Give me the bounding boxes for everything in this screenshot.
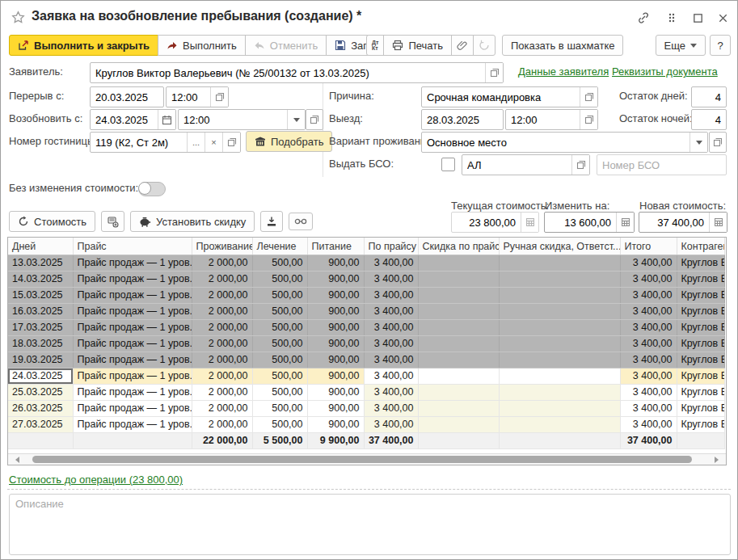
room-input[interactable] xyxy=(91,137,187,149)
cell-contractor[interactable]: Круглов В xyxy=(677,336,724,352)
cell-date[interactable]: 27.03.2025 xyxy=(8,417,73,433)
cell-lodging[interactable]: 2 000,00 xyxy=(192,417,252,433)
cell-total[interactable]: 3 400,00 xyxy=(620,352,677,368)
no-cost-change-toggle[interactable] xyxy=(138,182,166,196)
departure-time-input[interactable] xyxy=(506,114,580,126)
col-header-price-discount[interactable]: Скидка по прайсу xyxy=(418,238,499,255)
cost-before-operation-link[interactable]: Стоимость до операции (23 800,00) xyxy=(9,474,183,486)
days-left-input[interactable] xyxy=(692,91,726,103)
set-discount-button[interactable]: Установить скидку xyxy=(130,211,255,232)
applicant-choose-button[interactable] xyxy=(485,63,503,82)
cell-by-price[interactable]: 3 400,00 xyxy=(364,401,418,417)
cell-manual-discount[interactable] xyxy=(499,320,620,336)
departure-time-choose-button[interactable] xyxy=(580,110,597,129)
current-cost-field[interactable] xyxy=(451,212,539,233)
table-row[interactable]: 27.03.2025Прайс продаж — 1 уров...2 000,… xyxy=(8,417,724,433)
cell-by-price[interactable]: 3 400,00 xyxy=(364,320,418,336)
cell-price[interactable]: Прайс продаж — 1 уров... xyxy=(73,320,192,336)
cell-meals[interactable]: 900,00 xyxy=(307,417,364,433)
room-choose-button[interactable] xyxy=(222,133,240,152)
table-row[interactable]: 19.03.2025Прайс продаж — 1 уров...2 000,… xyxy=(8,352,724,368)
cell-price-discount[interactable] xyxy=(418,336,499,352)
cell-lodging[interactable]: 2 000,00 xyxy=(192,401,252,417)
cell-meals[interactable]: 900,00 xyxy=(307,320,364,336)
link-rows-button[interactable] xyxy=(289,213,313,230)
break-from-time-choose-button[interactable] xyxy=(210,87,228,107)
resume-from-time-field[interactable] xyxy=(178,109,306,130)
cell-by-price[interactable]: 3 400,00 xyxy=(364,352,418,368)
cell-contractor[interactable]: Круглов В xyxy=(677,304,724,320)
stay-variant-choose-button[interactable] xyxy=(709,132,727,153)
cell-price[interactable]: Прайс продаж — 1 уров... xyxy=(73,417,192,433)
cell-contractor[interactable]: Круглов В xyxy=(677,352,724,368)
days-left-field[interactable] xyxy=(691,86,727,107)
accounting-dtkt-button[interactable]: ДтКт xyxy=(366,35,384,56)
cell-manual-discount[interactable] xyxy=(499,401,620,417)
cell-treatment[interactable]: 500,00 xyxy=(252,368,307,385)
cell-manual-discount[interactable] xyxy=(499,272,620,288)
resume-from-time-choose-button[interactable] xyxy=(306,109,323,130)
current-cost-calc-button[interactable] xyxy=(521,213,538,232)
col-header-manual-discount[interactable]: Ручная скидка, Ответст... xyxy=(499,238,620,255)
cell-date[interactable]: 25.03.2025 xyxy=(8,385,73,401)
horizontal-scrollbar[interactable] xyxy=(8,453,726,465)
cell-price[interactable]: Прайс продаж — 1 уров... xyxy=(73,352,192,368)
col-header-price[interactable]: Прайс xyxy=(73,238,192,255)
favorite-star-icon[interactable] xyxy=(11,10,25,24)
cell-date[interactable]: 24.03.2025 xyxy=(8,368,73,385)
table-row[interactable]: 17.03.2025Прайс продаж — 1 уров...2 000,… xyxy=(8,320,724,336)
cell-contractor[interactable]: Круглов В xyxy=(677,385,724,401)
print-button[interactable]: Печать xyxy=(383,35,452,56)
cell-total[interactable]: 3 400,00 xyxy=(620,304,677,320)
cell-lodging[interactable]: 2 000,00 xyxy=(192,255,252,272)
cell-by-price[interactable]: 3 400,00 xyxy=(364,417,418,433)
col-header-total[interactable]: Итого xyxy=(620,238,677,255)
cell-total[interactable]: 3 400,00 xyxy=(620,417,677,433)
scroll-left-arrow-icon[interactable] xyxy=(15,457,19,463)
cell-price-discount[interactable] xyxy=(418,288,499,304)
close-icon[interactable] xyxy=(715,11,730,25)
resume-from-date-input[interactable] xyxy=(91,114,158,126)
cell-treatment[interactable]: 500,00 xyxy=(252,352,307,368)
col-header-lodging[interactable]: Проживание xyxy=(192,238,252,255)
cell-meals[interactable]: 900,00 xyxy=(307,272,364,288)
break-from-date-field[interactable] xyxy=(90,86,164,107)
attachments-button[interactable] xyxy=(451,35,474,56)
cell-contractor[interactable]: Круглов В xyxy=(677,255,724,272)
execute-and-close-button[interactable]: Выполнить и закрыть xyxy=(9,35,158,56)
cell-contractor[interactable]: Круглов В xyxy=(677,288,724,304)
cost-button[interactable]: Стоимость xyxy=(9,211,95,232)
cell-by-price[interactable]: 3 400,00 xyxy=(364,288,418,304)
cell-total[interactable]: 3 400,00 xyxy=(620,336,677,352)
cell-by-price[interactable]: 3 400,00 xyxy=(364,304,418,320)
cell-lodging[interactable]: 2 000,00 xyxy=(192,320,252,336)
cell-lodging[interactable]: 2 000,00 xyxy=(192,385,252,401)
cell-treatment[interactable]: 500,00 xyxy=(252,304,307,320)
cell-manual-discount[interactable] xyxy=(499,288,620,304)
cell-contractor[interactable]: Круглов В xyxy=(677,417,724,433)
cell-lodging[interactable]: 2 000,00 xyxy=(192,336,252,352)
cell-price-discount[interactable] xyxy=(418,352,499,368)
nights-left-input[interactable] xyxy=(692,114,726,126)
cell-total[interactable]: 3 400,00 xyxy=(620,401,677,417)
show-in-chess-button[interactable]: Показать в шахматке xyxy=(502,35,623,56)
cell-date[interactable]: 15.03.2025 xyxy=(8,288,73,304)
cell-lodging[interactable]: 2 000,00 xyxy=(192,304,252,320)
table-row[interactable]: 26.03.2025Прайс продаж — 1 уров...2 000,… xyxy=(8,401,724,417)
cell-price[interactable]: Прайс продаж — 1 уров... xyxy=(73,288,192,304)
col-header-days[interactable]: Дней xyxy=(8,238,73,255)
departure-date-input[interactable] xyxy=(422,114,503,126)
col-header-by-price[interactable]: По прайсу xyxy=(364,238,418,255)
cell-lodging[interactable]: 2 000,00 xyxy=(192,288,252,304)
cell-contractor[interactable]: Круглов В xyxy=(677,401,724,417)
new-cost-calc-button[interactable] xyxy=(709,213,727,232)
bso-series-field[interactable] xyxy=(462,154,590,175)
scrollbar-thumb[interactable] xyxy=(32,456,692,463)
change-by-field[interactable] xyxy=(544,212,635,233)
cell-price[interactable]: Прайс продаж — 1 уров... xyxy=(73,385,192,401)
applicant-input[interactable] xyxy=(91,67,485,79)
cell-date[interactable]: 14.03.2025 xyxy=(8,272,73,288)
cell-contractor[interactable]: Круглов В xyxy=(677,320,724,336)
bso-series-input[interactable] xyxy=(462,159,571,171)
cell-contractor[interactable]: Круглов В xyxy=(677,272,724,288)
